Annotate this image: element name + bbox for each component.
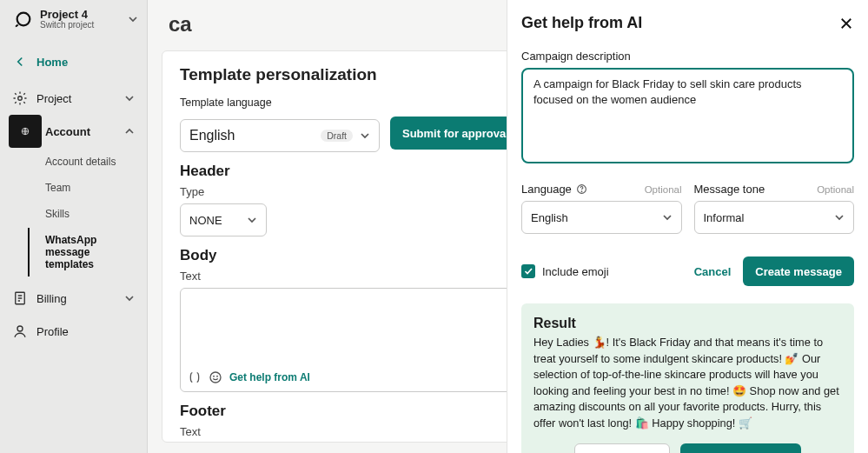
section-body-title: Body [180, 247, 217, 264]
include-emoji-label: Include emoji [542, 265, 609, 278]
svg-point-5 [210, 372, 221, 383]
chevron-down-icon [128, 14, 138, 24]
section-footer-title: Footer [180, 403, 226, 420]
svg-point-9 [581, 191, 582, 192]
try-again-button[interactable]: Try again [574, 443, 670, 453]
ai-help-panel: Get help from AI Campaign description La… [507, 0, 868, 453]
section-header-title: Header [180, 163, 230, 180]
gear-icon [12, 90, 28, 106]
tone-label: Message tone [694, 183, 765, 196]
svg-point-0 [17, 13, 30, 26]
sidebar-item-profile[interactable]: Profile [0, 315, 147, 348]
close-icon[interactable] [838, 16, 854, 31]
svg-point-4 [17, 326, 23, 331]
home-label: Home [36, 56, 68, 69]
account-subnav: Account details Team Skills WhatsApp mes… [0, 148, 147, 282]
result-heading: Result [533, 316, 842, 331]
checkbox-icon [521, 264, 535, 278]
use-message-button[interactable]: Use message [680, 443, 800, 453]
svg-point-6 [214, 376, 215, 376]
project-switcher[interactable]: Project 4 Switch project [0, 5, 147, 40]
header-type-value: NONE [189, 214, 240, 227]
language-value: English [531, 211, 662, 224]
result-box: Result Hey Ladies 💃! It's Black Friday a… [521, 303, 854, 453]
invoice-icon [12, 290, 28, 306]
body-toolbar: Get help from AI [188, 370, 310, 384]
sidebar-sub-team[interactable]: Team [0, 176, 147, 200]
tone-optional: Optional [817, 184, 854, 195]
submit-for-approval-button[interactable]: Submit for approval [390, 117, 521, 150]
sidebar: Project 4 Switch project Home Project Ac… [0, 0, 148, 453]
sidebar-sub-account-details[interactable]: Account details [0, 150, 147, 174]
tone-value: Informal [704, 211, 835, 224]
result-text: Hey Ladies 💃! It's Black Friday and that… [533, 335, 842, 431]
include-emoji-checkbox[interactable]: Include emoji [521, 264, 609, 278]
profile-icon [12, 323, 28, 339]
sidebar-sub-skills[interactable]: Skills [0, 202, 147, 226]
language-optional: Optional [645, 184, 682, 195]
chevron-down-icon [124, 93, 135, 103]
chevron-up-icon [124, 126, 135, 137]
home-link[interactable]: Home [0, 47, 147, 77]
sidebar-label-profile: Profile [36, 325, 135, 338]
help-icon[interactable] [576, 183, 587, 195]
tone-select[interactable]: Informal [694, 201, 855, 234]
logo-icon [14, 10, 33, 29]
template-language-value: English [189, 128, 314, 143]
header-type-select[interactable]: NONE [180, 203, 267, 236]
arrow-left-icon [12, 54, 28, 70]
sidebar-sub-whatsapp[interactable]: WhatsApp message templates [28, 228, 147, 276]
draft-badge: Draft [321, 130, 353, 142]
sidebar-item-billing[interactable]: Billing [0, 282, 147, 315]
campaign-description-input[interactable] [521, 68, 854, 163]
sidebar-label-billing: Billing [36, 292, 116, 305]
svg-point-7 [217, 376, 218, 376]
panel-title: Get help from AI [521, 14, 642, 32]
sidebar-label-account: Account [45, 125, 116, 138]
cancel-button[interactable]: Cancel [694, 265, 732, 278]
chevron-down-icon [247, 215, 257, 225]
template-language-select[interactable]: English Draft [180, 119, 380, 152]
project-switch-hint: Switch project [40, 21, 94, 30]
variable-icon[interactable] [188, 370, 202, 384]
chevron-down-icon [662, 212, 673, 223]
create-message-button[interactable]: Create message [743, 256, 854, 286]
chevron-down-icon [124, 293, 135, 303]
language-select[interactable]: English [521, 201, 682, 234]
sidebar-label-project: Project [36, 92, 116, 105]
chevron-down-icon [360, 130, 370, 141]
emoji-icon[interactable] [209, 370, 222, 384]
campaign-description-label: Campaign description [521, 50, 854, 63]
sidebar-item-project[interactable]: Project [0, 82, 147, 115]
globe-icon [9, 115, 42, 148]
project-name: Project 4 [40, 9, 94, 21]
chevron-down-icon [834, 212, 845, 223]
svg-point-1 [18, 97, 23, 101]
language-label: Language [521, 183, 572, 196]
get-help-from-ai-link[interactable]: Get help from AI [229, 371, 310, 383]
